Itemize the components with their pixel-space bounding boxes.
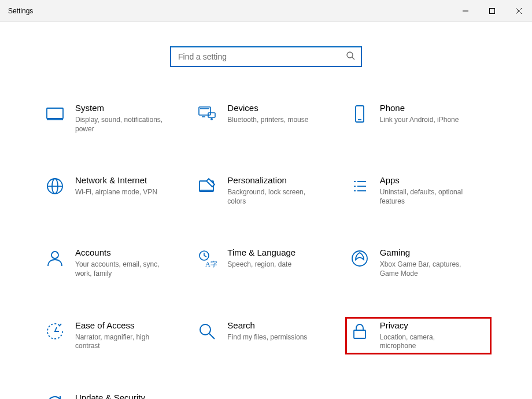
update-security-icon [44, 393, 66, 399]
category-desc: Link your Android, iPhone [380, 116, 459, 125]
categories-grid: System Display, sound, notifications, po… [40, 99, 492, 399]
category-desc: Background, lock screen, colors [227, 188, 320, 206]
category-devices[interactable]: Devices Bluetooth, printers, mouse [193, 99, 339, 137]
svg-point-26 [51, 252, 58, 258]
svg-point-32 [200, 324, 210, 335]
svg-line-5 [352, 57, 354, 60]
search-box[interactable] [170, 46, 362, 67]
personalization-icon [196, 175, 218, 197]
apps-icon [349, 175, 371, 197]
svg-line-33 [209, 334, 215, 339]
category-desc: Location, camera, microphone [380, 333, 472, 351]
category-title: Time & Language [227, 247, 295, 258]
category-title: Phone [380, 103, 459, 113]
window-controls [452, 0, 532, 22]
svg-rect-6 [47, 108, 63, 119]
accounts-icon [44, 247, 66, 269]
category-title: Accounts [75, 247, 168, 258]
category-title: Ease of Access [75, 320, 168, 331]
category-update-security[interactable]: Update & Security Windows Update, recove… [40, 389, 187, 399]
category-search[interactable]: Search Find my files, permissions [193, 317, 339, 354]
gaming-icon [349, 247, 371, 269]
window-title: Settings [8, 7, 33, 15]
category-desc: Wi-Fi, airplane mode, VPN [75, 188, 157, 197]
phone-icon [349, 103, 371, 125]
svg-rect-34 [354, 330, 365, 338]
maximize-icon [489, 8, 496, 14]
category-ease-of-access[interactable]: Ease of Access Narrator, magnifier, high… [40, 317, 187, 354]
category-system[interactable]: System Display, sound, notifications, po… [40, 99, 187, 137]
category-desc: Speech, region, date [227, 260, 295, 269]
titlebar: Settings [0, 0, 532, 22]
category-title: Search [227, 320, 307, 331]
category-desc: Display, sound, notifications, power [75, 116, 168, 134]
category-desc: Find my files, permissions [227, 333, 307, 342]
category-desc: Your accounts, email, sync, work, family [75, 260, 168, 278]
category-time-language[interactable]: A字 Time & Language Speech, region, date [193, 244, 339, 282]
search-category-icon [196, 320, 218, 342]
category-title: Devices [227, 103, 308, 113]
svg-point-11 [211, 119, 212, 120]
category-network[interactable]: Network & Internet Wi-Fi, airplane mode,… [40, 172, 187, 209]
devices-icon [196, 103, 218, 125]
close-button[interactable] [505, 0, 532, 22]
search-input[interactable] [177, 51, 346, 62]
category-phone[interactable]: Phone Link your Android, iPhone [345, 99, 492, 137]
svg-rect-8 [199, 107, 210, 115]
category-desc: Uninstall, defaults, optional features [380, 188, 472, 206]
category-title: Privacy [380, 320, 472, 331]
category-title: Personalization [227, 175, 320, 186]
privacy-icon [349, 320, 371, 342]
category-desc: Bluetooth, printers, mouse [227, 116, 308, 125]
ease-of-access-icon [44, 320, 66, 342]
category-title: Gaming [380, 247, 472, 258]
category-privacy[interactable]: Privacy Location, camera, microphone [345, 317, 492, 354]
minimize-icon [462, 8, 469, 14]
search-icon [346, 51, 355, 62]
time-language-icon: A字 [196, 247, 218, 269]
category-title: Network & Internet [75, 175, 157, 186]
category-desc: Narrator, magnifier, high contrast [75, 333, 168, 351]
search-wrap [0, 46, 532, 67]
svg-rect-1 [490, 8, 495, 13]
category-desc: Xbox Game Bar, captures, Game Mode [380, 260, 472, 278]
svg-point-4 [347, 52, 353, 58]
maximize-button[interactable] [479, 0, 505, 22]
category-title: Update & Security [75, 393, 168, 399]
category-title: System [75, 103, 168, 113]
close-icon [515, 8, 522, 14]
category-accounts[interactable]: Accounts Your accounts, email, sync, wor… [40, 244, 187, 282]
svg-text:A字: A字 [205, 260, 217, 268]
system-icon [44, 103, 66, 125]
category-apps[interactable]: Apps Uninstall, defaults, optional featu… [345, 172, 492, 209]
minimize-button[interactable] [452, 0, 479, 22]
category-gaming[interactable]: Gaming Xbox Game Bar, captures, Game Mod… [345, 244, 492, 282]
category-personalization[interactable]: Personalization Background, lock screen,… [193, 172, 339, 209]
network-icon [44, 175, 66, 197]
category-title: Apps [380, 175, 472, 186]
svg-line-29 [204, 256, 206, 257]
